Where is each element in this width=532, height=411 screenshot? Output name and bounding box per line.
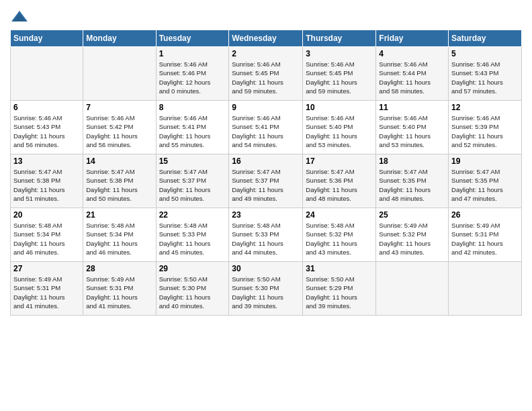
header bbox=[10, 7, 522, 26]
calendar-cell: 19Sunrise: 5:47 AM Sunset: 5:35 PM Dayli… bbox=[449, 154, 522, 208]
day-number: 7 bbox=[86, 103, 152, 112]
header-row: SundayMondayTuesdayWednesdayThursdayFrid… bbox=[11, 30, 522, 47]
calendar-cell: 1Sunrise: 5:46 AM Sunset: 5:46 PM Daylig… bbox=[156, 47, 229, 101]
calendar-cell: 3Sunrise: 5:46 AM Sunset: 5:45 PM Daylig… bbox=[303, 47, 376, 101]
calendar-cell: 14Sunrise: 5:47 AM Sunset: 5:38 PM Dayli… bbox=[83, 154, 156, 208]
calendar-cell: 21Sunrise: 5:48 AM Sunset: 5:34 PM Dayli… bbox=[83, 208, 156, 262]
day-number: 1 bbox=[159, 49, 226, 58]
calendar-week-3: 13Sunrise: 5:47 AM Sunset: 5:38 PM Dayli… bbox=[11, 154, 522, 208]
day-number: 14 bbox=[86, 156, 152, 166]
day-detail: Sunrise: 5:49 AM Sunset: 5:31 PM Dayligh… bbox=[86, 275, 152, 310]
day-detail: Sunrise: 5:46 AM Sunset: 5:40 PM Dayligh… bbox=[379, 113, 445, 149]
logo-icon bbox=[10, 9, 29, 26]
day-detail: Sunrise: 5:48 AM Sunset: 5:33 PM Dayligh… bbox=[159, 221, 226, 257]
logo bbox=[10, 9, 30, 26]
col-header-friday: Friday bbox=[376, 30, 449, 47]
day-number: 6 bbox=[13, 103, 80, 112]
day-number: 29 bbox=[159, 264, 226, 273]
day-number: 4 bbox=[379, 49, 445, 58]
calendar-cell: 11Sunrise: 5:46 AM Sunset: 5:40 PM Dayli… bbox=[376, 101, 449, 154]
day-detail: Sunrise: 5:48 AM Sunset: 5:34 PM Dayligh… bbox=[13, 221, 80, 257]
calendar-cell: 26Sunrise: 5:49 AM Sunset: 5:31 PM Dayli… bbox=[449, 208, 522, 262]
day-detail: Sunrise: 5:50 AM Sunset: 5:30 PM Dayligh… bbox=[232, 275, 300, 310]
calendar-cell bbox=[376, 262, 449, 316]
calendar-cell: 7Sunrise: 5:46 AM Sunset: 5:42 PM Daylig… bbox=[83, 101, 156, 154]
day-detail: Sunrise: 5:46 AM Sunset: 5:46 PM Dayligh… bbox=[159, 60, 226, 95]
calendar-week-2: 6Sunrise: 5:46 AM Sunset: 5:43 PM Daylig… bbox=[11, 101, 522, 154]
day-detail: Sunrise: 5:46 AM Sunset: 5:45 PM Dayligh… bbox=[306, 60, 373, 95]
calendar-cell: 9Sunrise: 5:46 AM Sunset: 5:41 PM Daylig… bbox=[229, 101, 303, 154]
day-detail: Sunrise: 5:50 AM Sunset: 5:29 PM Dayligh… bbox=[306, 275, 373, 310]
day-detail: Sunrise: 5:46 AM Sunset: 5:41 PM Dayligh… bbox=[159, 113, 226, 149]
day-number: 5 bbox=[451, 49, 519, 58]
calendar-cell: 23Sunrise: 5:48 AM Sunset: 5:33 PM Dayli… bbox=[229, 208, 303, 262]
calendar-week-1: 1Sunrise: 5:46 AM Sunset: 5:46 PM Daylig… bbox=[11, 47, 522, 101]
calendar-cell: 20Sunrise: 5:48 AM Sunset: 5:34 PM Dayli… bbox=[11, 208, 83, 262]
day-detail: Sunrise: 5:49 AM Sunset: 5:31 PM Dayligh… bbox=[451, 221, 519, 257]
day-number: 13 bbox=[13, 156, 80, 166]
day-detail: Sunrise: 5:47 AM Sunset: 5:37 PM Dayligh… bbox=[159, 167, 226, 203]
day-number: 16 bbox=[232, 156, 300, 166]
calendar-cell: 22Sunrise: 5:48 AM Sunset: 5:33 PM Dayli… bbox=[156, 208, 229, 262]
day-number: 30 bbox=[232, 264, 300, 273]
col-header-thursday: Thursday bbox=[303, 30, 376, 47]
calendar-table: SundayMondayTuesdayWednesdayThursdayFrid… bbox=[10, 30, 522, 316]
calendar-cell: 12Sunrise: 5:46 AM Sunset: 5:39 PM Dayli… bbox=[449, 101, 522, 154]
day-number: 9 bbox=[232, 103, 300, 112]
day-number: 23 bbox=[232, 210, 300, 220]
calendar-cell bbox=[449, 262, 522, 316]
day-detail: Sunrise: 5:48 AM Sunset: 5:33 PM Dayligh… bbox=[232, 221, 300, 257]
day-number: 25 bbox=[379, 210, 445, 220]
calendar-cell: 5Sunrise: 5:46 AM Sunset: 5:43 PM Daylig… bbox=[449, 47, 522, 101]
day-number: 10 bbox=[306, 103, 373, 112]
calendar-cell bbox=[83, 47, 156, 101]
day-detail: Sunrise: 5:49 AM Sunset: 5:32 PM Dayligh… bbox=[379, 221, 445, 257]
day-detail: Sunrise: 5:46 AM Sunset: 5:42 PM Dayligh… bbox=[86, 113, 152, 149]
day-detail: Sunrise: 5:48 AM Sunset: 5:32 PM Dayligh… bbox=[306, 221, 373, 257]
calendar-cell: 4Sunrise: 5:46 AM Sunset: 5:44 PM Daylig… bbox=[376, 47, 449, 101]
calendar-cell: 15Sunrise: 5:47 AM Sunset: 5:37 PM Dayli… bbox=[156, 154, 229, 208]
calendar-cell: 2Sunrise: 5:46 AM Sunset: 5:45 PM Daylig… bbox=[229, 47, 303, 101]
col-header-wednesday: Wednesday bbox=[229, 30, 303, 47]
day-detail: Sunrise: 5:46 AM Sunset: 5:43 PM Dayligh… bbox=[13, 113, 80, 149]
day-number: 22 bbox=[159, 210, 226, 220]
day-number: 31 bbox=[306, 264, 373, 273]
calendar-cell: 27Sunrise: 5:49 AM Sunset: 5:31 PM Dayli… bbox=[11, 262, 83, 316]
day-number: 11 bbox=[379, 103, 445, 112]
calendar-cell: 16Sunrise: 5:47 AM Sunset: 5:37 PM Dayli… bbox=[229, 154, 303, 208]
day-number: 21 bbox=[86, 210, 152, 220]
calendar-cell: 17Sunrise: 5:47 AM Sunset: 5:36 PM Dayli… bbox=[303, 154, 376, 208]
calendar-cell: 30Sunrise: 5:50 AM Sunset: 5:30 PM Dayli… bbox=[229, 262, 303, 316]
day-number: 8 bbox=[159, 103, 226, 112]
col-header-saturday: Saturday bbox=[449, 30, 522, 47]
calendar-week-5: 27Sunrise: 5:49 AM Sunset: 5:31 PM Dayli… bbox=[11, 262, 522, 316]
day-number: 20 bbox=[13, 210, 80, 220]
day-number: 17 bbox=[306, 156, 373, 166]
day-detail: Sunrise: 5:46 AM Sunset: 5:43 PM Dayligh… bbox=[451, 60, 519, 95]
col-header-monday: Monday bbox=[83, 30, 156, 47]
calendar-cell: 28Sunrise: 5:49 AM Sunset: 5:31 PM Dayli… bbox=[83, 262, 156, 316]
day-detail: Sunrise: 5:46 AM Sunset: 5:41 PM Dayligh… bbox=[232, 113, 300, 149]
day-detail: Sunrise: 5:46 AM Sunset: 5:39 PM Dayligh… bbox=[451, 113, 519, 149]
calendar-cell: 29Sunrise: 5:50 AM Sunset: 5:30 PM Dayli… bbox=[156, 262, 229, 316]
day-detail: Sunrise: 5:47 AM Sunset: 5:38 PM Dayligh… bbox=[13, 167, 80, 203]
calendar-cell: 10Sunrise: 5:46 AM Sunset: 5:40 PM Dayli… bbox=[303, 101, 376, 154]
day-detail: Sunrise: 5:47 AM Sunset: 5:36 PM Dayligh… bbox=[306, 167, 373, 203]
calendar-cell: 13Sunrise: 5:47 AM Sunset: 5:38 PM Dayli… bbox=[11, 154, 83, 208]
day-number: 2 bbox=[232, 49, 300, 58]
calendar-cell bbox=[11, 47, 83, 101]
calendar-cell: 8Sunrise: 5:46 AM Sunset: 5:41 PM Daylig… bbox=[156, 101, 229, 154]
day-number: 24 bbox=[306, 210, 373, 220]
calendar-cell: 6Sunrise: 5:46 AM Sunset: 5:43 PM Daylig… bbox=[11, 101, 83, 154]
day-number: 12 bbox=[451, 103, 519, 112]
day-number: 26 bbox=[451, 210, 519, 220]
day-detail: Sunrise: 5:47 AM Sunset: 5:37 PM Dayligh… bbox=[232, 167, 300, 203]
day-detail: Sunrise: 5:47 AM Sunset: 5:35 PM Dayligh… bbox=[451, 167, 519, 203]
day-detail: Sunrise: 5:50 AM Sunset: 5:30 PM Dayligh… bbox=[159, 275, 226, 310]
col-header-tuesday: Tuesday bbox=[156, 30, 229, 47]
day-number: 18 bbox=[379, 156, 445, 166]
day-number: 28 bbox=[86, 264, 152, 273]
page-container: SundayMondayTuesdayWednesdayThursdayFrid… bbox=[0, 0, 532, 319]
day-detail: Sunrise: 5:47 AM Sunset: 5:38 PM Dayligh… bbox=[86, 167, 152, 203]
day-number: 27 bbox=[13, 264, 80, 273]
